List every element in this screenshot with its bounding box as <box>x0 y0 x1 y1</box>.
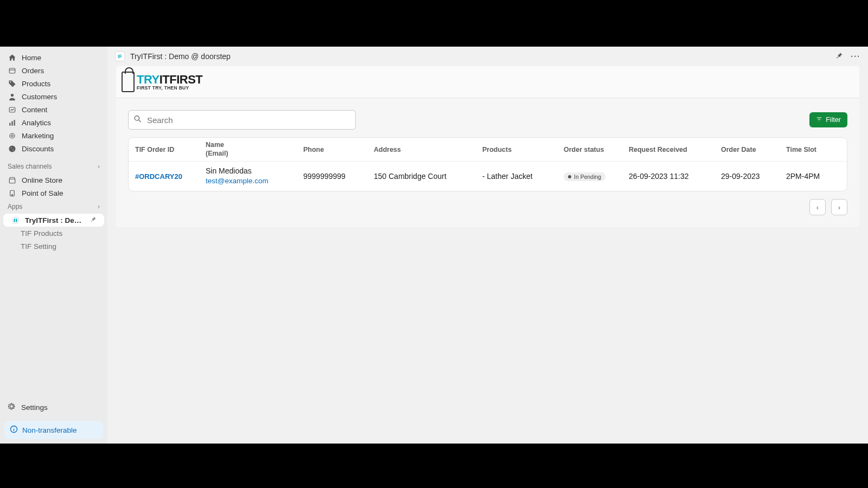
col-order-date: Order Date <box>721 146 786 153</box>
pin-icon[interactable] <box>835 52 843 61</box>
customer-email-link[interactable]: test@example.com <box>206 176 303 186</box>
sidebar-item-label: Marketing <box>22 132 54 140</box>
svg-rect-15 <box>14 219 15 222</box>
next-page-button[interactable]: › <box>831 199 847 215</box>
pos-icon <box>8 189 16 197</box>
cell-products: - Lather Jacket <box>482 172 564 181</box>
cell-order-date: 29-09-2023 <box>721 172 786 181</box>
sidebar-item-discounts[interactable]: Discounts <box>0 142 107 155</box>
brand-text-first: FIRST <box>169 73 202 86</box>
brand-text-try: TRY <box>137 73 159 86</box>
sidebar-sub-tif-products[interactable]: TIF Products <box>0 227 107 240</box>
sidebar-item-label: Analytics <box>22 119 51 127</box>
filter-icon <box>816 116 822 124</box>
filter-label: Filter <box>826 116 841 124</box>
cell-request: 26-09-2023 11:32 <box>629 172 721 181</box>
order-id-link[interactable]: #ORDCARY20 <box>135 172 182 181</box>
analytics-icon <box>8 118 16 127</box>
sidebar-item-customers[interactable]: Customers <box>0 90 107 103</box>
svg-point-9 <box>10 147 11 148</box>
sidebar-item-orders[interactable]: Orders <box>0 64 107 77</box>
col-status: Order status <box>564 146 629 153</box>
sidebar-item-label: Point of Sale <box>22 189 63 197</box>
svg-point-10 <box>12 149 14 150</box>
more-icon[interactable]: ··· <box>851 52 860 61</box>
discount-icon <box>8 144 16 153</box>
apps-header[interactable]: Apps › <box>0 200 107 214</box>
sidebar-item-active-app[interactable]: TryITFirst : Demo @ d... <box>3 214 104 227</box>
svg-rect-4 <box>11 121 12 125</box>
status-text: In Pending <box>574 174 601 180</box>
svg-point-13 <box>11 194 12 195</box>
col-address: Address <box>374 146 482 153</box>
sidebar-item-content[interactable]: Content <box>0 103 107 116</box>
svg-rect-11 <box>9 179 15 183</box>
sidebar-sub-tif-setting[interactable]: TIF Setting <box>0 240 107 253</box>
svg-point-8 <box>9 145 15 152</box>
sidebar-item-label: Orders <box>22 67 44 75</box>
app-icon <box>11 216 20 224</box>
sidebar-item-settings[interactable]: Settings <box>0 399 107 415</box>
table-row: #ORDCARY20 Sin Mediodas test@example.com… <box>129 162 847 191</box>
brand-header: TRYITFIRST FIRST TRY, THEN BUY <box>116 66 859 98</box>
person-icon <box>8 92 16 101</box>
prev-page-button[interactable]: ‹ <box>809 199 826 215</box>
pagination: ‹ › <box>128 199 847 215</box>
svg-point-1 <box>10 93 13 96</box>
table-header-row: TIF Order ID Name (Email) Phone Address … <box>129 138 847 162</box>
content-icon <box>8 105 16 114</box>
letterbox-bottom <box>0 444 868 488</box>
brand-logo: TRYITFIRST FIRST TRY, THEN BUY <box>122 72 202 92</box>
sidebar-item-products[interactable]: Products <box>0 77 107 90</box>
svg-rect-0 <box>9 68 15 73</box>
sidebar-item-label: TIF Setting <box>21 242 56 251</box>
store-icon <box>8 176 16 184</box>
sidebar-item-label: Home <box>22 54 41 62</box>
pin-icon[interactable] <box>90 216 97 224</box>
svg-rect-16 <box>16 219 17 222</box>
orders-icon <box>8 66 16 75</box>
app-mini-logo-icon: IF <box>115 52 125 61</box>
svg-rect-14 <box>12 217 18 223</box>
sidebar-item-pos[interactable]: Point of Sale <box>0 187 107 200</box>
sales-channels-header[interactable]: Sales channels › <box>0 159 107 174</box>
search-input[interactable] <box>128 110 356 130</box>
customer-name: Sin Mediodas <box>206 166 303 176</box>
chevron-right-icon: › <box>98 163 100 170</box>
sidebar-item-home[interactable]: Home <box>0 51 107 64</box>
chevron-right-icon: › <box>98 203 100 210</box>
titlebar: IF TryITFirst : Demo @ doorstep ··· <box>107 47 868 66</box>
sidebar-item-label: Products <box>22 80 50 88</box>
svg-point-7 <box>11 134 13 137</box>
sidebar-item-label: Content <box>22 106 47 114</box>
svg-point-6 <box>10 133 15 138</box>
marketing-icon <box>8 131 16 140</box>
sidebar-item-analytics[interactable]: Analytics <box>0 116 107 129</box>
sidebar-item-label: Settings <box>21 403 48 412</box>
svg-point-18 <box>135 116 139 120</box>
col-slot: Time Slot <box>786 146 840 153</box>
cell-phone: 9999999999 <box>303 172 374 181</box>
orders-table: TIF Order ID Name (Email) Phone Address … <box>128 137 847 191</box>
main-panel: IF TryITFirst : Demo @ doorstep ··· TRYI… <box>107 47 868 444</box>
sidebar-item-marketing[interactable]: Marketing <box>0 129 107 142</box>
pill-label: Non-transferable <box>22 426 77 434</box>
filter-button[interactable]: Filter <box>809 112 847 127</box>
section-label: Apps <box>8 203 22 210</box>
col-request: Request Received <box>629 146 721 153</box>
page-title: TryITFirst : Demo @ doorstep <box>130 52 231 61</box>
sidebar-item-label: TIF Products <box>21 229 62 237</box>
sidebar-item-label: Customers <box>22 93 57 101</box>
search-icon <box>133 115 142 125</box>
letterbox-top <box>0 0 868 47</box>
cell-address: 150 Cambridge Court <box>374 172 482 181</box>
sidebar-item-online-store[interactable]: Online Store <box>0 174 107 187</box>
home-icon <box>8 53 16 62</box>
svg-rect-3 <box>9 123 10 125</box>
col-products: Products <box>482 146 564 153</box>
search-wrap <box>128 110 356 130</box>
bag-icon <box>122 72 135 92</box>
status-dot-icon <box>568 175 571 178</box>
col-phone: Phone <box>303 146 374 153</box>
non-transferable-pill[interactable]: Non-transferable <box>4 421 103 439</box>
